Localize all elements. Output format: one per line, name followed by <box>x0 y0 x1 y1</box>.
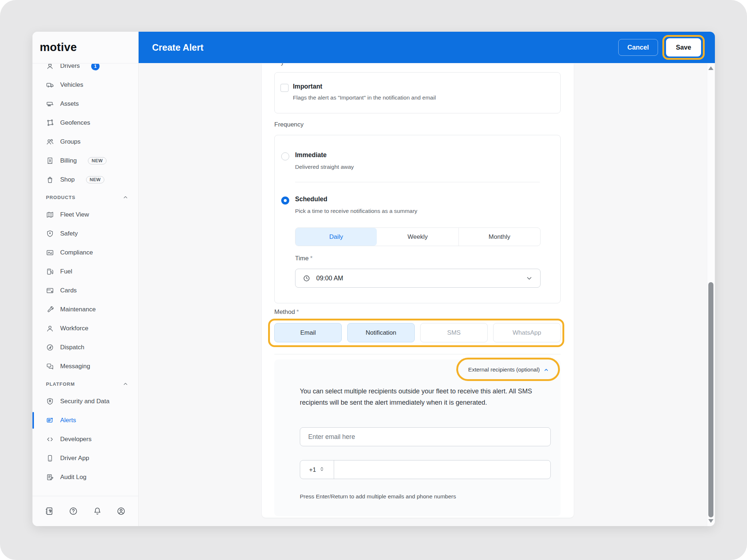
method-button-group: Email Notification SMS WhatsApp <box>274 323 561 342</box>
shield-lock-icon <box>46 397 54 405</box>
sidebar-item-developers[interactable]: Developers <box>32 430 138 449</box>
page-title: Create Alert <box>152 42 204 53</box>
sidebar-item-label: Fleet View <box>60 211 89 218</box>
messaging-icon <box>46 362 54 370</box>
chevron-up-icon <box>543 367 549 373</box>
sidebar-item-label: Assets <box>60 100 79 108</box>
recipient-email-input[interactable] <box>300 427 551 446</box>
clipped-scrolled-label: y <box>281 63 306 67</box>
map-icon <box>46 211 54 219</box>
sidebar-item-label: Developers <box>60 436 92 443</box>
scrollbar-track[interactable] <box>707 63 715 526</box>
method-notification-button[interactable]: Notification <box>347 323 415 342</box>
tab-weekly[interactable]: Weekly <box>377 228 458 246</box>
sidebar-footer <box>32 496 138 526</box>
frequency-box: Immediate Delivered straight away Schedu… <box>274 135 561 303</box>
sidebar-section-products[interactable]: PRODUCTS <box>32 189 138 205</box>
sidebar-section-platform[interactable]: PLATFORM <box>32 376 138 392</box>
groups-icon <box>46 138 54 146</box>
required-mark: * <box>297 308 299 315</box>
sidebar-item-label: Groups <box>60 138 81 145</box>
sidebar-item-maintenance[interactable]: Maintenance <box>32 300 138 319</box>
scheduled-radio[interactable] <box>281 197 289 205</box>
app-window: motive Drivers 1 Vehicles Asset <box>32 32 715 526</box>
sidebar-item-workforce[interactable]: Workforce <box>32 319 138 338</box>
method-email-button[interactable]: Email <box>274 323 342 342</box>
sidebar-item-fuel[interactable]: Fuel <box>32 262 138 281</box>
sidebar-item-label: Vehicles <box>60 81 83 89</box>
sidebar-item-security-and-data[interactable]: Security and Data <box>32 392 138 411</box>
cancel-button[interactable]: Cancel <box>618 39 658 56</box>
phone-icon <box>46 454 54 462</box>
sidebar-item-label: Drivers <box>60 64 80 70</box>
sidebar-item-label: Geofences <box>60 119 90 127</box>
sidebar-item-dispatch[interactable]: Dispatch <box>32 338 138 357</box>
sidebar-item-label: Driver App <box>60 455 89 462</box>
scheduled-description: Pick a time to receive notifications as … <box>295 208 417 214</box>
required-mark: * <box>310 255 313 262</box>
method-whatsapp-button[interactable]: WhatsApp <box>493 323 561 342</box>
sidebar-item-geofences[interactable]: Geofences <box>32 113 138 132</box>
alert-form-card: y Important Flags the alert as "Importan… <box>262 63 574 518</box>
sidebar-item-vehicles[interactable]: Vehicles <box>32 75 138 94</box>
sidebar-item-label: Shop <box>60 176 75 183</box>
tab-daily[interactable]: Daily <box>295 228 377 246</box>
sidebar: motive Drivers 1 Vehicles Asset <box>32 32 139 526</box>
sidebar-item-label: Workforce <box>60 325 88 332</box>
sidebar-item-audit-log[interactable]: Audit Log <box>32 468 138 487</box>
sidebar-item-billing[interactable]: Billing NEW <box>32 151 138 170</box>
sidebar-item-compliance[interactable]: Compliance <box>32 243 138 262</box>
address-book-icon[interactable] <box>45 506 54 516</box>
logo-area: motive <box>32 32 138 63</box>
driver-icon <box>46 64 54 70</box>
motive-logo: motive <box>40 41 77 54</box>
external-recipients-toggle[interactable]: External recipients (optional) <box>468 363 549 376</box>
sidebar-item-groups[interactable]: Groups <box>32 132 138 151</box>
profile-icon[interactable] <box>116 506 126 516</box>
scrollbar-thumb[interactable] <box>708 282 713 517</box>
save-button[interactable]: Save <box>666 38 701 57</box>
country-code-value: +1 <box>309 466 316 473</box>
notifications-bell-icon[interactable] <box>93 506 102 516</box>
sidebar-item-alerts[interactable]: Alerts <box>32 411 138 430</box>
important-checkbox[interactable] <box>280 84 289 92</box>
sidebar-item-drivers[interactable]: Drivers 1 <box>32 64 138 75</box>
immediate-radio[interactable] <box>281 152 289 160</box>
sidebar-item-safety[interactable]: Safety <box>32 224 138 243</box>
main-content: y Important Flags the alert as "Importan… <box>139 63 715 526</box>
billing-icon <box>46 157 54 165</box>
important-description: Flags the alert as "Important" in the no… <box>293 94 436 101</box>
sidebar-item-label: Cards <box>60 287 77 294</box>
compliance-icon <box>46 249 54 257</box>
sidebar-item-shop[interactable]: Shop NEW <box>32 170 138 189</box>
sidebar-item-label: Dispatch <box>60 344 84 351</box>
shield-icon <box>46 230 54 238</box>
geofence-icon <box>46 119 54 127</box>
billing-new-badge: NEW <box>88 157 106 164</box>
divider <box>295 182 540 182</box>
sidebar-item-driver-app[interactable]: Driver App <box>32 449 138 468</box>
scroll-up-arrow[interactable] <box>708 66 713 70</box>
method-sms-button[interactable]: SMS <box>420 323 488 342</box>
external-recipients-label: External recipients (optional) <box>468 366 540 373</box>
sidebar-item-cards[interactable]: Cards <box>32 281 138 300</box>
sidebar-item-label: Audit Log <box>60 474 86 481</box>
sidebar-item-assets[interactable]: Assets <box>32 94 138 113</box>
country-code-stepper[interactable]: +1 <box>300 460 334 479</box>
trailer-icon <box>46 100 54 108</box>
alerts-icon <box>46 416 54 424</box>
time-select[interactable]: 09:00 AM <box>295 269 541 288</box>
scroll-down-arrow[interactable] <box>708 519 713 523</box>
sidebar-item-fleet-view[interactable]: Fleet View <box>32 205 138 224</box>
sidebar-item-label: Safety <box>60 230 78 237</box>
recipient-phone-input[interactable] <box>334 460 550 479</box>
sidebar-item-label: Alerts <box>60 417 76 424</box>
tab-monthly[interactable]: Monthly <box>458 228 540 246</box>
sidebar-item-label: Compliance <box>60 249 93 256</box>
sidebar-item-label: Security and Data <box>60 398 109 405</box>
shop-bag-icon <box>46 176 54 184</box>
sidebar-item-messaging[interactable]: Messaging <box>32 357 138 376</box>
code-icon <box>46 435 54 443</box>
help-icon[interactable] <box>69 506 78 516</box>
person-icon <box>46 324 54 332</box>
